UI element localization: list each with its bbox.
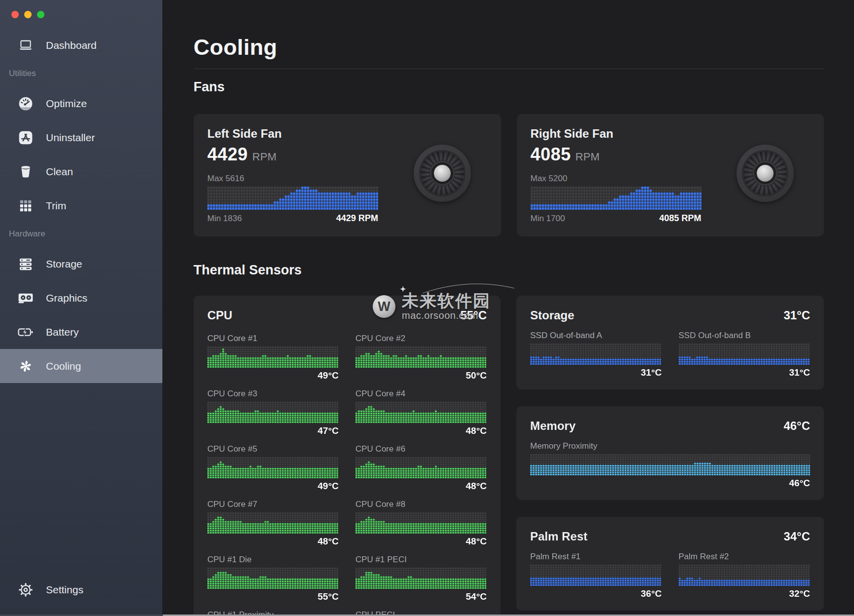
fans-grid: Left Side Fan 4429 RPM Max 5616 Min 1836… [194,114,824,236]
sidebar-item-graphics[interactable]: Graphics [0,281,162,315]
sidebar-item-trim[interactable]: Trim [0,189,162,223]
sensor-history-chart [207,346,338,368]
watermark-arc-icon [422,281,515,294]
fan-rpm-value: 4085 [531,144,571,165]
sensor-history-chart [679,344,810,365]
thermal-right-column: Storage 31°C SSD Out-of-band A 31°C SSD … [516,296,824,611]
fan-hub-icon [431,162,453,184]
laptop-icon [16,37,35,54]
fan-history-chart [531,187,701,210]
close-button-icon[interactable] [11,11,19,18]
palm-rest-card: Palm Rest 34°C Palm Rest #1 36°C Palm Re… [516,517,824,611]
sidebar-item-label: Clean [46,166,73,178]
fans-section-heading: Fans [194,79,824,95]
trash-icon [16,163,35,180]
sensor-cpu-core-8: CPU Core #8 48°C [355,499,487,547]
memory-card: Memory 46°C Memory Proximity 46°C [516,406,824,500]
fan-card-left: Left Side Fan 4429 RPM Max 5616 Min 1836… [194,114,501,236]
sidebar-item-label: Settings [46,584,83,596]
fan-name: Right Side Fan [531,127,811,141]
sidebar-item-optimize[interactable]: Optimize [0,86,162,120]
fan-min-label: Min 1836 [207,214,242,224]
sensor-history-chart [207,457,338,478]
sensor-palm-rest-2: Palm Rest #2 32°C [679,551,811,599]
sensor-cpu-die: CPU #1 Die 55°C [207,554,339,602]
sensor-cpu-core-2: CPU Core #2 50°C [355,333,487,381]
sidebar-item-cooling[interactable]: Cooling [0,349,162,383]
cpu-card: CPU 55°C CPU Core #1 49°C CPU Core #2 50… [194,296,501,616]
card-title: Storage [530,308,574,322]
card-title: Memory [530,419,576,433]
sidebar-item-uninstaller[interactable]: Uninstaller [0,120,162,154]
sensor-cpu-core-3: CPU Core #3 47°C [207,388,339,436]
sidebar: Dashboard Utilities Optimize Uninstaller… [0,0,163,616]
fan-rpm-unit: RPM [252,151,276,163]
sensor-history-chart [355,346,486,368]
card-temp: 31°C [783,308,810,322]
sensor-history-chart [355,457,486,478]
sensor-cpu-core-5: CPU Core #5 49°C [207,444,339,492]
sidebar-section-hardware: Hardware [9,228,162,240]
minimize-button-icon[interactable] [24,11,32,18]
page-title: Cooling [194,35,824,60]
sidebar-item-label: Trim [46,200,66,212]
fan-icon [16,358,35,375]
fan-min-label: Min 1700 [531,214,565,224]
card-temp: 55°C [460,308,487,322]
sensor-history-chart [530,565,661,586]
fan-turbine-graphic [414,145,471,202]
sensor-ssd-a: SSD Out-of-band A 31°C [530,330,662,378]
fan-rpm-unit: RPM [576,151,600,163]
zoom-button-icon[interactable] [37,11,44,18]
sensor-cpu-core-4: CPU Core #4 48°C [355,388,487,436]
sidebar-item-storage[interactable]: Storage [0,247,162,281]
sensor-history-chart [207,512,338,534]
sidebar-item-label: Optimize [46,98,87,110]
gear-icon [16,581,35,598]
traffic-lights [0,0,162,18]
sensor-history-chart [207,402,338,423]
main-content: Cooling Fans Left Side Fan 4429 RPM Max … [163,0,854,616]
sidebar-item-label: Storage [46,258,82,270]
fan-current-label: 4085 RPM [659,213,701,224]
sensor-cpu-peci: CPU #1 PECI 54°C [355,554,487,602]
sensor-history-chart [355,512,486,534]
sensor-history-chart [355,402,486,423]
gpu-icon [16,290,35,307]
fan-rpm-value: 4429 [207,144,248,165]
sidebar-item-battery[interactable]: Battery [0,315,162,349]
thermal-section-heading: Thermal Sensors [194,263,824,278]
sidebar-item-clean[interactable]: Clean [0,154,162,189]
sensor-cpu-core-7: CPU Core #7 48°C [207,499,339,547]
fan-current-label: 4429 RPM [336,213,378,224]
sidebar-item-label: Battery [46,326,79,338]
fan-hub-icon [754,162,776,184]
sidebar-section-utilities: Utilities [9,68,162,79]
sparkle-icon: ✦ [400,285,407,293]
sensor-history-chart [530,344,661,365]
sidebar-item-dashboard[interactable]: Dashboard [0,32,162,59]
gauge-icon [16,95,35,112]
sidebar-item-settings[interactable]: Settings [0,573,162,607]
title-divider [194,69,824,69]
appstore-icon [16,129,35,146]
sensor-history-chart [679,565,810,586]
sensor-cpu-core-6: CPU Core #6 48°C [355,444,487,492]
sidebar-item-label: Dashboard [46,39,97,51]
server-icon [16,256,35,272]
sensor-cpu-core-1: CPU Core #1 49°C [207,333,339,381]
sidebar-item-label: Graphics [46,292,87,304]
sidebar-item-label: Uninstaller [46,132,95,144]
storage-card: Storage 31°C SSD Out-of-band A 31°C SSD … [516,296,824,389]
card-temp: 34°C [783,530,810,543]
sidebar-item-label: Cooling [46,360,81,372]
sensor-memory-proximity: Memory Proximity 46°C [530,441,810,489]
sensor-history-chart [207,568,338,589]
thermal-grid: CPU 55°C CPU Core #1 49°C CPU Core #2 50… [194,296,824,616]
card-temp: 46°C [783,419,810,433]
sensor-ssd-b: SSD Out-of-band B 31°C [679,330,811,378]
grid-icon [16,197,35,214]
battery-icon [16,324,35,341]
sensor-palm-rest-1: Palm Rest #1 36°C [530,551,662,599]
sensor-history-chart [355,568,486,589]
